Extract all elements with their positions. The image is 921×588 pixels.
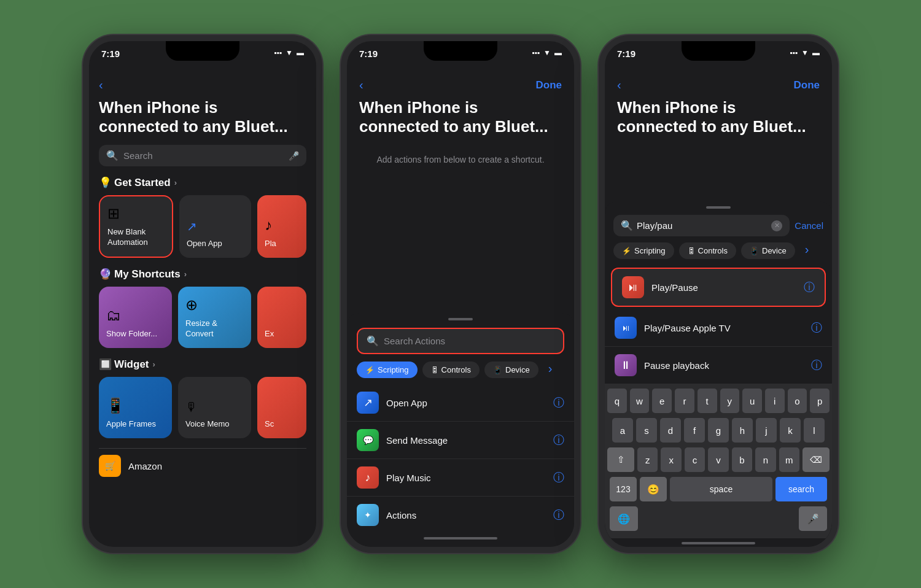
voice-memo-item[interactable]: 🎙 Voice Memo bbox=[178, 377, 251, 438]
key-w[interactable]: w bbox=[630, 389, 650, 413]
key-search[interactable]: search bbox=[775, 477, 827, 501]
key-emoji[interactable]: 😊 bbox=[640, 477, 667, 501]
back-button-3[interactable]: ‹ bbox=[617, 78, 621, 92]
action-send-message[interactable]: 💬 Send Message ⓘ bbox=[347, 421, 574, 458]
key-g[interactable]: g bbox=[708, 418, 729, 443]
play-music-icon: ♪ bbox=[357, 466, 379, 489]
clear-button[interactable]: ✕ bbox=[771, 220, 782, 231]
back-button-1[interactable]: ‹ bbox=[99, 78, 103, 92]
key-a[interactable]: a bbox=[612, 418, 633, 443]
bottom-panel-2: 🔍 Search Actions ⚡ Scripting 🎛 Controls … bbox=[347, 313, 574, 547]
phone-1: 7:19 ▪▪▪ ▼ ▬ ‹ When iPhone isconnected t… bbox=[83, 35, 322, 553]
tab-scripting-3[interactable]: ⚡ Scripting bbox=[613, 242, 674, 259]
play-pause-result-highlighted[interactable]: ⏯ Play/Pause ⓘ bbox=[611, 268, 826, 307]
show-folder-item[interactable]: 🗂 Show Folder... bbox=[99, 287, 172, 348]
key-x[interactable]: x bbox=[661, 447, 681, 472]
play-pause-label: Play/Pause bbox=[651, 282, 796, 293]
open-app-action-label: Open App bbox=[386, 398, 546, 408]
open-app-item[interactable]: ↗ Open App bbox=[179, 195, 251, 258]
key-v[interactable]: v bbox=[708, 447, 728, 472]
action-play-music[interactable]: ♪ Play Music ⓘ bbox=[347, 458, 574, 496]
new-blank-automation[interactable]: ⊞ New Blank Automation bbox=[99, 195, 173, 258]
device-label-2: Device bbox=[505, 365, 530, 374]
key-mic[interactable]: 🎤 bbox=[799, 506, 827, 531]
crop-icon: ⊕ bbox=[185, 296, 244, 314]
widget-icon: 🔲 bbox=[99, 358, 112, 371]
sc-item[interactable]: Sc bbox=[257, 377, 306, 438]
search-actions-bar[interactable]: 🔍 Search Actions bbox=[357, 328, 564, 354]
key-m[interactable]: m bbox=[779, 447, 799, 472]
key-space[interactable]: space bbox=[670, 477, 772, 501]
cancel-button[interactable]: Cancel bbox=[795, 220, 823, 231]
key-shift[interactable]: ⇧ bbox=[607, 447, 634, 472]
key-d[interactable]: d bbox=[660, 418, 681, 443]
play-music-info[interactable]: ⓘ bbox=[553, 470, 564, 485]
amazon-item[interactable]: 🛒 Amazon bbox=[99, 448, 306, 483]
phone-3: 7:19 ▪▪▪ ▼ ▬ ‹ Done When iPhone isconnec… bbox=[599, 35, 838, 553]
action-actions[interactable]: ✦ Actions ⓘ bbox=[347, 496, 574, 533]
key-p[interactable]: p bbox=[810, 389, 830, 413]
key-o[interactable]: o bbox=[788, 389, 807, 413]
key-e[interactable]: e bbox=[652, 389, 672, 413]
search-input-text: Play/pau bbox=[637, 220, 768, 231]
actions-info[interactable]: ⓘ bbox=[553, 508, 564, 522]
back-button-2[interactable]: ‹ bbox=[359, 78, 363, 92]
play-pause-tv-item[interactable]: ⏯ Play/Pause Apple TV ⓘ bbox=[605, 309, 832, 346]
play-pause-info[interactable]: ⓘ bbox=[804, 280, 815, 295]
key-i[interactable]: i bbox=[765, 389, 785, 413]
pause-playback-item[interactable]: ⏸ Pause playback ⓘ bbox=[605, 346, 832, 384]
key-t[interactable]: t bbox=[698, 389, 717, 413]
key-y[interactable]: y bbox=[720, 389, 740, 413]
get-started-header: 💡 Get Started › bbox=[99, 176, 306, 189]
p2-nav: ‹ Done bbox=[347, 72, 574, 98]
key-j[interactable]: j bbox=[756, 418, 777, 443]
done-button-3[interactable]: Done bbox=[794, 79, 820, 91]
key-123[interactable]: 123 bbox=[610, 477, 637, 501]
key-h[interactable]: h bbox=[732, 418, 753, 443]
play-pause-tv-info[interactable]: ⓘ bbox=[811, 320, 822, 335]
tab-controls-3[interactable]: 🎛 Controls bbox=[679, 242, 736, 259]
search-bar-1[interactable]: 🔍 Search 🎤 bbox=[99, 145, 306, 166]
resize-convert-item[interactable]: ⊕ Resize & Convert bbox=[178, 287, 251, 348]
scripting-icon-2: ⚡ bbox=[365, 366, 375, 374]
tab-device-2[interactable]: 📱 Device bbox=[484, 362, 538, 378]
phone-icon: 📱 bbox=[106, 397, 165, 414]
apple-frames-item[interactable]: 📱 Apple Frames bbox=[99, 377, 172, 438]
key-c[interactable]: c bbox=[685, 447, 705, 472]
key-r[interactable]: r bbox=[675, 389, 694, 413]
key-globe[interactable]: 🌐 bbox=[610, 506, 638, 531]
keyboard-row-4: 123 😊 space search bbox=[607, 477, 830, 501]
done-button-2[interactable]: Done bbox=[536, 79, 562, 91]
key-b[interactable]: b bbox=[732, 447, 752, 472]
tab-device-3[interactable]: 📱 Device bbox=[741, 242, 795, 259]
extra-item[interactable]: Ex bbox=[257, 287, 306, 348]
search-icon-3: 🔍 bbox=[621, 220, 633, 231]
wifi-icon-3: ▼ bbox=[801, 48, 809, 57]
key-k[interactable]: k bbox=[780, 418, 801, 443]
key-s[interactable]: s bbox=[636, 418, 657, 443]
controls-icon-3: 🎛 bbox=[688, 247, 695, 255]
action-open-app[interactable]: ↗ Open App ⓘ bbox=[347, 384, 574, 421]
key-delete[interactable]: ⌫ bbox=[802, 447, 830, 472]
battery-icon-3: ▬ bbox=[812, 48, 820, 57]
key-u[interactable]: u bbox=[742, 389, 762, 413]
key-l[interactable]: l bbox=[804, 418, 825, 443]
key-f[interactable]: f bbox=[684, 418, 705, 443]
keyboard-row-1: q w e r t y u i o p bbox=[607, 389, 830, 413]
tab-controls-2[interactable]: 🎛 Controls bbox=[422, 362, 480, 378]
play-pause-icon: ⏯ bbox=[622, 276, 644, 298]
controls-icon-2: 🎛 bbox=[431, 366, 438, 374]
play-pause-item[interactable]: ⏯ Play/Pause ⓘ bbox=[612, 269, 825, 306]
key-q[interactable]: q bbox=[607, 389, 627, 413]
play-item[interactable]: ♪ Pla bbox=[257, 195, 306, 258]
pause-playback-label: Pause playback bbox=[644, 360, 804, 371]
send-message-info[interactable]: ⓘ bbox=[553, 433, 564, 447]
keyboard-row-3: ⇧ z x c v b n m ⌫ bbox=[607, 447, 830, 472]
key-n[interactable]: n bbox=[755, 447, 775, 472]
tab-scripting-2[interactable]: ⚡ Scripting bbox=[357, 362, 418, 378]
open-app-info[interactable]: ⓘ bbox=[553, 395, 564, 410]
pause-playback-info[interactable]: ⓘ bbox=[811, 358, 822, 373]
search-input-box[interactable]: 🔍 Play/pau ✕ bbox=[613, 215, 790, 236]
key-z[interactable]: z bbox=[637, 447, 658, 472]
keyboard-row-2: a s d f g h j k l bbox=[607, 418, 830, 443]
